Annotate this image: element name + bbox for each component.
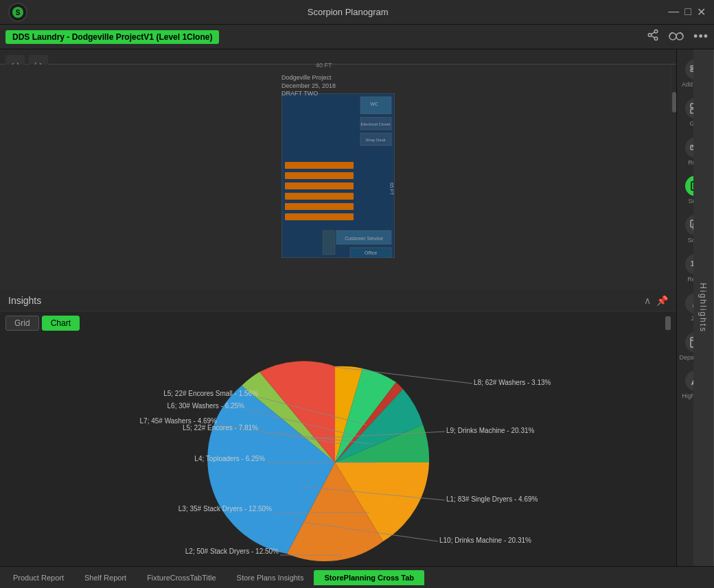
svg-point-4: [654, 37, 658, 40]
highlights-tab-label: Highlights: [699, 283, 709, 333]
share-icon[interactable]: [647, 29, 659, 45]
svg-text:L6; 30# Washers - 6.25%: L6; 30# Washers - 6.25%: [167, 402, 244, 410]
svg-text:L8; 62# Washers - 3.13%: L8; 62# Washers - 3.13%: [474, 379, 551, 386]
tab-shelf-report[interactable]: Shelf Report: [74, 570, 137, 585]
more-icon[interactable]: •••: [693, 30, 709, 44]
svg-point-3: [648, 34, 652, 37]
app-logo: S: [8, 3, 27, 22]
content-row: -4000 -3000 -1000 0 1000 2000 3000 4000 …: [0, 49, 714, 588]
toolbar-icons: •••: [647, 29, 709, 45]
pie-chart-svg: L7; 45# Washers - 4.69% L6; 30# Washers …: [47, 342, 630, 576]
floorplan-container: Dodgeville Project December 25, 2018 DRA…: [281, 93, 395, 261]
insights-scroll-handle[interactable]: [665, 316, 671, 330]
svg-rect-17: [285, 162, 354, 169]
tab-store-plans[interactable]: Store Plans Insights: [227, 570, 314, 585]
floorplan-svg: WC Electrical Closet Shop Desk: [281, 93, 395, 258]
floorplan-date: December 25, 2018: [281, 82, 336, 91]
insights-title: Insights: [8, 295, 41, 306]
tab-chart[interactable]: Chart: [42, 316, 80, 331]
glasses-icon[interactable]: [669, 30, 684, 44]
svg-text:WC: WC: [370, 102, 378, 106]
floorplan-title: Dodgeville Project: [281, 74, 336, 82]
canvas-area: -4000 -3000 -1000 0 1000 2000 3000 4000 …: [0, 49, 676, 290]
project-label[interactable]: DDS Laundry - Dodgeville ProjectV1 (Leve…: [5, 30, 219, 44]
svg-text:L5; 22# Encores Small - 1.56%: L5; 22# Encores Small - 1.56%: [163, 390, 258, 397]
floorplan-width: 40 FT: [316, 62, 332, 70]
svg-text:Shop Desk: Shop Desk: [365, 138, 386, 142]
svg-text:S: S: [16, 9, 21, 16]
ruler-top: -4000 -3000 -1000 0 1000 2000 3000 4000 …: [0, 49, 676, 64]
minimize-button[interactable]: —: [668, 5, 679, 19]
svg-text:Customer Service: Customer Service: [345, 236, 383, 241]
svg-text:L5; 22# Encores - 7.81%: L5; 22# Encores - 7.81%: [182, 424, 257, 432]
svg-text:L3; 35# Stack Dryers - 12.50%: L3; 35# Stack Dryers - 12.50%: [178, 505, 271, 513]
tab-store-planning-cross[interactable]: StorePlanning Cross Tab: [314, 570, 424, 585]
bottom-tabs: Product Report Shelf Report FixtureCross…: [0, 566, 714, 588]
toolbar: DDS Laundry - Dodgeville ProjectV1 (Leve…: [0, 25, 714, 49]
svg-text:L1; 83# Single Dryers - 4.69%: L1; 83# Single Dryers - 4.69%: [446, 495, 538, 503]
svg-line-6: [652, 32, 655, 34]
floorplan-label: Dodgeville Project December 25, 2018 DRA…: [281, 74, 336, 98]
svg-rect-27: [323, 231, 335, 255]
main-wrapper: -4000 -3000 -1000 0 1000 2000 3000 4000 …: [0, 49, 714, 588]
insights-pin-icon[interactable]: 📌: [656, 295, 668, 306]
svg-rect-20: [285, 193, 354, 200]
chart-area: L7; 45# Washers - 4.69% L6; 30# Washers …: [0, 335, 676, 583]
highlights-vertical-tab[interactable]: Highlights: [693, 49, 714, 566]
svg-text:L4; Toploaders - 6.25%: L4; Toploaders - 6.25%: [194, 455, 265, 462]
svg-line-5: [652, 36, 655, 38]
pie-container: L7; 45# Washers - 4.69% L6; 30# Washers …: [21, 342, 656, 576]
svg-text:L9; Drinks Machine - 20.31%: L9; Drinks Machine - 20.31%: [446, 427, 535, 434]
insights-panel: Insights ∧ 📌 Grid Chart: [0, 290, 676, 588]
svg-text:65 FT: 65 FT: [389, 183, 394, 196]
canvas-scrollbar[interactable]: [671, 64, 676, 114]
svg-text:Electrical Closet: Electrical Closet: [360, 122, 390, 126]
window-controls: — □ ✕: [668, 5, 706, 19]
left-content: -4000 -3000 -1000 0 1000 2000 3000 4000 …: [0, 49, 676, 588]
app-title: Scorpion Planogram: [27, 7, 668, 17]
insights-tabs: Grid Chart: [0, 311, 676, 335]
floorplan-draft: DRAFT TWO: [281, 90, 336, 98]
svg-rect-18: [285, 172, 354, 179]
svg-rect-19: [285, 183, 354, 189]
tab-grid[interactable]: Grid: [5, 316, 39, 331]
maximize-button[interactable]: □: [684, 5, 691, 19]
svg-text:L10; Drinks Machine - 20.31%: L10; Drinks Machine - 20.31%: [439, 537, 531, 544]
tab-fixture-cross[interactable]: FixtureCrossTabTitle: [137, 570, 226, 585]
tab-product-report[interactable]: Product Report: [3, 570, 74, 585]
svg-rect-21: [285, 203, 354, 210]
svg-text:Office: Office: [365, 250, 377, 255]
title-bar: S Scorpion Planogram — □ ✕: [0, 0, 714, 25]
svg-point-2: [654, 30, 658, 34]
insights-header: Insights ∧ 📌: [0, 290, 676, 311]
store-canvas: Dodgeville Project December 25, 2018 DRA…: [0, 64, 676, 290]
close-button[interactable]: ✕: [697, 5, 706, 19]
insights-collapse-icon[interactable]: ∧: [644, 295, 651, 306]
svg-rect-22: [285, 213, 354, 220]
svg-text:L2; 50# Stack Dryers - 12.50%: L2; 50# Stack Dryers - 12.50%: [185, 548, 278, 555]
scrollbar-thumb[interactable]: [672, 92, 676, 113]
